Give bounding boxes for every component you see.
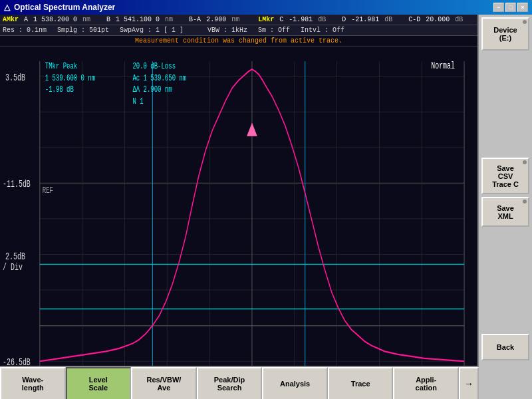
marker-d-value: -21.981 [351,16,379,23]
smplg-setting: Smplg : 501pt [57,27,109,34]
back-button[interactable]: Back [481,334,529,360]
svg-text:20.0  dB-Loss: 20.0 dB-Loss [132,61,176,70]
application-button[interactable]: Appli-cation [393,367,459,399]
res-setting: Res : 0.1nm [3,27,47,34]
marker-ba-label: B-A [189,16,201,23]
svg-text:TMkr Peak: TMkr Peak [45,61,78,70]
arrow-icon: → [464,378,473,389]
main-container: AMkr A 1 538.200 0 nm B 1 541.100 0 nm B… [0,15,532,399]
title-bar: △ Optical Spectrum Analyzer − □ × [0,0,532,15]
maximize-button[interactable]: □ [505,3,516,12]
swpavg-setting: SwpAvg : 1 [ 1 ] [120,27,184,34]
intvl-setting: Intvl : Off [301,27,344,34]
amkr-a-label: A [24,16,28,23]
app-title: Optical Spectrum Analyzer [14,3,115,12]
bottom-toolbar: Wave-length LevelScale Res/VBW/Ave Peak/… [0,366,479,399]
marker-ba-unit: nm [231,16,239,23]
lmkr-c-value: -1.981 [289,16,313,23]
svg-text:2.5dB: 2.5dB [5,251,25,263]
condition-text: Measurement condition was changed from a… [135,37,342,45]
amkr-a-value: 1 538.200 0 [33,16,77,23]
minimize-button[interactable]: − [493,3,504,12]
save-xml-button[interactable]: SaveXML [481,197,529,227]
svg-text:1 539.600 0  nm: 1 539.600 0 nm [45,73,95,82]
marker-bar: AMkr A 1 538.200 0 nm B 1 541.100 0 nm B… [0,15,477,25]
marker-b-label: B [106,16,110,23]
analysis-label: Analysis [280,380,310,388]
svg-text:REF: REF [43,186,53,196]
close-button[interactable]: × [517,3,528,12]
graph-svg: 3.5dB -11.5dB 2.5dB / Div -26.5dB REF [0,47,477,383]
peak-dip-search-button[interactable]: Peak/DipSearch [197,367,263,399]
toolbar-arrow-button[interactable]: → [459,367,479,399]
left-section: AMkr A 1 538.200 0 nm B 1 541.100 0 nm B… [0,15,479,399]
peak-dip-search-label: Peak/DipSearch [214,376,245,392]
right-spacer2 [481,229,529,331]
right-spacer1 [481,53,529,155]
lmkr-c-label: C [279,16,283,23]
wavelength-label: Wave-length [22,376,44,392]
save-xml-label: SaveXML [497,204,514,220]
svg-text:-11.5dB: -11.5dB [3,178,31,190]
settings-bar: Res : 0.1nm Smplg : 501pt SwpAvg : 1 [ 1… [0,25,477,36]
amkr-label: AMkr [3,16,19,23]
marker-d-label: D [342,16,346,23]
wavelength-button[interactable]: Wave-length [0,367,66,399]
save-csv-button[interactable]: SaveCSVTrace C [481,158,529,194]
condition-bar: Measurement condition was changed from a… [0,36,477,47]
svg-text:N              1: N 1 [132,97,143,106]
graph-container: 3.5dB -11.5dB 2.5dB / Div -26.5dB REF [0,47,477,383]
amkr-a-unit: nm [82,16,90,23]
level-scale-label: LevelScale [88,376,108,392]
svg-rect-0 [0,47,477,383]
marker-d-unit: dB [384,16,392,23]
analysis-button[interactable]: Analysis [262,367,328,399]
application-label: Appli-cation [416,376,437,392]
svg-text:/ Div: / Div [3,261,23,273]
marker-cd-unit: dB [455,16,463,23]
svg-text:3.5dB: 3.5dB [5,72,25,84]
svg-text:ΔΛ       2.900   nm: ΔΛ 2.900 nm [132,85,172,94]
res-vbw-ave-button[interactable]: Res/VBW/Ave [131,367,197,399]
right-panel: Device(E:) SaveCSVTrace C SaveXML Back [479,15,532,399]
device-button[interactable]: Device(E:) [481,17,529,51]
window-controls[interactable]: − □ × [493,3,528,12]
res-vbw-ave-label: Res/VBW/Ave [146,376,181,392]
vbw-setting: VBW : 1kHz [207,27,247,34]
level-scale-button[interactable]: LevelScale [66,367,132,399]
svg-text:-1.98 dB: -1.98 dB [45,85,74,94]
svg-text:Normal: Normal [431,60,455,72]
trace-button[interactable]: Trace [328,367,394,399]
display-panel: AMkr A 1 538.200 0 nm B 1 541.100 0 nm B… [0,15,479,399]
lmkr-label: LMkr [258,16,274,23]
marker-cd-value: 20.000 [426,16,450,23]
trace-label: Trace [351,380,370,388]
marker-b-value: 1 541.100 0 [116,16,160,23]
marker-ba-value: 2.900 [206,16,226,23]
svg-text:Ac   1 539.650  nm: Ac 1 539.650 nm [132,73,186,82]
right-bottom-spacer [481,363,529,396]
app-icon: △ [4,3,10,12]
save-csv-label: SaveCSVTrace C [492,164,519,188]
sm-setting: Sm : Off [258,27,290,34]
back-label: Back [497,343,514,351]
lmkr-c-unit: dB [318,16,326,23]
marker-b-unit: nm [165,16,173,23]
device-label: Device(E:) [493,26,517,42]
marker-cd-label: C-D [408,16,420,23]
